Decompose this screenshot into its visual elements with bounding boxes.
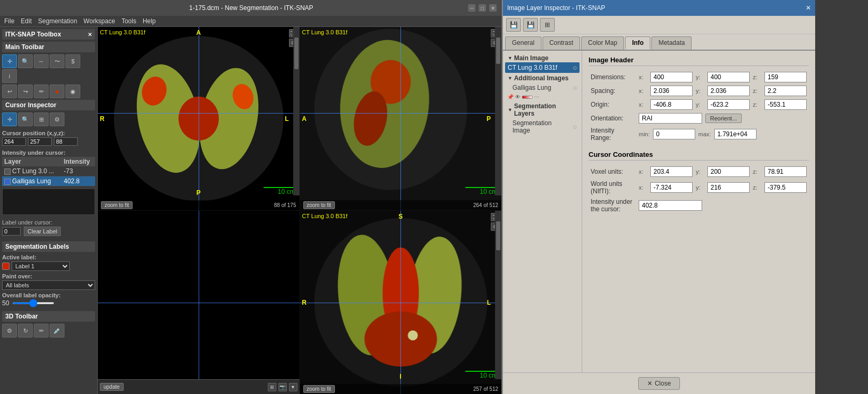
axial-zoom-btn[interactable]: zoom to fit <box>101 201 133 209</box>
d3-tool-3[interactable]: ✏ <box>34 324 49 337</box>
toolbox-close[interactable]: ✕ <box>88 32 92 37</box>
intensity-max[interactable] <box>714 129 757 139</box>
spacing-y[interactable] <box>707 86 750 96</box>
sagittal-scrollbar[interactable] <box>495 27 501 195</box>
3d-icon-1[interactable]: ⊞ <box>268 383 276 391</box>
axial-scrollbar[interactable] <box>293 27 300 195</box>
voxel-z[interactable] <box>764 166 807 177</box>
menu-file[interactable]: File <box>4 17 14 25</box>
layer-ct-lung[interactable]: CT Lung 3.0 B31f ⊙ <box>505 62 580 73</box>
intensity-label: Intensity under cursor: <box>2 149 95 156</box>
cursor-x[interactable] <box>2 137 26 146</box>
d3-tool-4[interactable]: 💉 <box>50 324 64 337</box>
axial-scroll-thumb[interactable] <box>294 37 298 69</box>
tab-general[interactable]: General <box>505 36 542 50</box>
sagittal-scroll-thumb[interactable] <box>496 37 500 64</box>
d3-tool-1[interactable]: ⚙ <box>2 324 17 337</box>
menu-help[interactable]: Help <box>143 17 156 25</box>
origin-z[interactable] <box>764 99 807 110</box>
menu-tools[interactable]: Tools <box>122 17 136 25</box>
tool-fill-red[interactable]: ■ <box>50 85 64 98</box>
dim-z[interactable] <box>764 72 807 82</box>
tool-brush[interactable]: ✏ <box>34 85 49 98</box>
menu-segmentation[interactable]: Segmentation <box>38 17 77 25</box>
coronal-scrollbar[interactable] <box>495 211 501 379</box>
orientation-value[interactable] <box>639 113 702 124</box>
sagittal-zoom-btn[interactable]: zoom to fit <box>303 201 335 209</box>
layer-galligas[interactable]: Galligas Lung ⊙ <box>505 82 580 93</box>
reorient-btn[interactable]: Reorient... <box>705 114 742 123</box>
tool-measure[interactable]: i <box>2 69 17 83</box>
coronal-dir-bottom: I <box>400 373 402 380</box>
paint-over-select[interactable]: All labels <box>2 280 95 290</box>
dim-y[interactable] <box>707 72 750 82</box>
tool-color-picker[interactable]: ◉ <box>66 85 80 98</box>
voxel-y[interactable] <box>707 166 750 177</box>
cursor-tool-settings[interactable]: ⚙ <box>50 112 64 126</box>
coronal-scroll-thumb[interactable] <box>496 221 500 250</box>
galligas-ctrl-pin[interactable]: 📌 <box>507 94 514 100</box>
galligas-ctrl-more[interactable]: ⋯ <box>534 94 539 100</box>
tool-polygon[interactable]: $ <box>66 54 80 68</box>
3d-icon-2[interactable]: 📷 <box>278 383 287 391</box>
inspector-save2-btn[interactable]: 💾 <box>523 18 538 32</box>
viewport-coronal[interactable]: CT Lung 3.0 B31f S R L I 10 cm ⛶ ⊙ <box>300 211 502 394</box>
maximize-button[interactable]: □ <box>479 4 486 12</box>
close-window-button[interactable]: ✕ <box>489 4 497 12</box>
inspector-save-btn[interactable]: 💾 <box>506 18 521 32</box>
layer-row-2[interactable]: Galligas Lung 402.8 <box>2 176 95 186</box>
spacing-x[interactable] <box>650 86 693 96</box>
voxel-x[interactable] <box>650 166 693 177</box>
cursor-tool-box[interactable]: ⊞ <box>34 112 49 126</box>
tool-redo[interactable]: ↪ <box>18 85 33 98</box>
tool-crosshair[interactable]: ✛ <box>2 54 17 68</box>
3d-icon-3[interactable]: ▼ <box>289 383 297 391</box>
origin-y[interactable] <box>707 99 750 110</box>
tool-undo[interactable]: ↩ <box>2 85 17 98</box>
label-under-cursor-label: Label under cursor: <box>2 219 95 226</box>
close-inspector-btn[interactable]: ✕ Close <box>638 377 680 390</box>
inspector-settings-btn[interactable]: ⊞ <box>540 18 555 32</box>
viewport-sagittal[interactable]: CT Lung 3.0 B31f S I A P 10 cm ⛶ ⊙ <box>300 27 502 210</box>
dim-x[interactable] <box>650 72 693 82</box>
inspector-titlebar: Image Layer Inspector - ITK-SNAP ✕ <box>503 0 815 16</box>
intensity-cursor-value[interactable] <box>639 200 702 211</box>
world-x[interactable] <box>650 182 693 193</box>
world-units-label: World units (NIfTI): <box>589 179 637 196</box>
inspector-close[interactable]: ✕ <box>806 4 811 12</box>
d3-toolbar-header: 3D Toolbar <box>2 311 95 322</box>
tab-contrast[interactable]: Contrast <box>543 36 580 50</box>
tool-snake[interactable]: 〜 <box>50 54 64 68</box>
active-label-select[interactable]: Label 1 <box>12 261 70 271</box>
cursor-z[interactable] <box>54 137 78 146</box>
layer-intensity-2: 402.8 <box>62 176 95 186</box>
d3-tool-2[interactable]: ↻ <box>18 324 33 337</box>
world-z[interactable] <box>764 182 807 193</box>
tool-pan[interactable]: ↔ <box>34 54 49 68</box>
menu-edit[interactable]: Edit <box>21 17 32 25</box>
cursor-tool-zoom2[interactable]: 🔍 <box>18 112 33 126</box>
tool-zoom[interactable]: 🔍 <box>18 54 33 68</box>
layer-row-1[interactable]: CT Lung 3.0 ... -73 <box>2 166 95 176</box>
intensity-min[interactable] <box>653 129 695 139</box>
tab-metadata[interactable]: Metadata <box>651 36 692 50</box>
axial-scale: 10 cm <box>264 187 295 195</box>
label-value[interactable] <box>2 227 21 236</box>
world-y[interactable] <box>707 182 750 193</box>
tab-colormap[interactable]: Color Map <box>581 36 624 50</box>
cursor-tool-select[interactable]: ✛ <box>2 112 17 126</box>
layer-seg-image[interactable]: Segmentation Image ⊙ <box>505 118 580 136</box>
opacity-slider[interactable] <box>12 302 54 304</box>
coronal-zoom-btn[interactable]: zoom to fit <box>303 385 335 393</box>
cursor-y[interactable] <box>28 137 52 146</box>
spacing-z[interactable] <box>764 86 807 96</box>
origin-x[interactable] <box>650 99 693 110</box>
viewport-axial[interactable]: CT Lung 3.0 B31f A P R L 10 cm ⛶ ⊙ <box>98 27 300 210</box>
menu-workspace[interactable]: Workspace <box>83 17 115 25</box>
minimize-button[interactable]: ─ <box>468 4 475 12</box>
clear-label-btn[interactable]: Clear Label <box>24 227 61 236</box>
3d-update-btn[interactable]: update <box>100 383 124 391</box>
galligas-ctrl-eye[interactable]: 👁 <box>515 94 520 100</box>
viewport-3d[interactable]: update ⊞ 📷 ▼ <box>98 211 300 394</box>
tab-info[interactable]: Info <box>625 36 650 50</box>
